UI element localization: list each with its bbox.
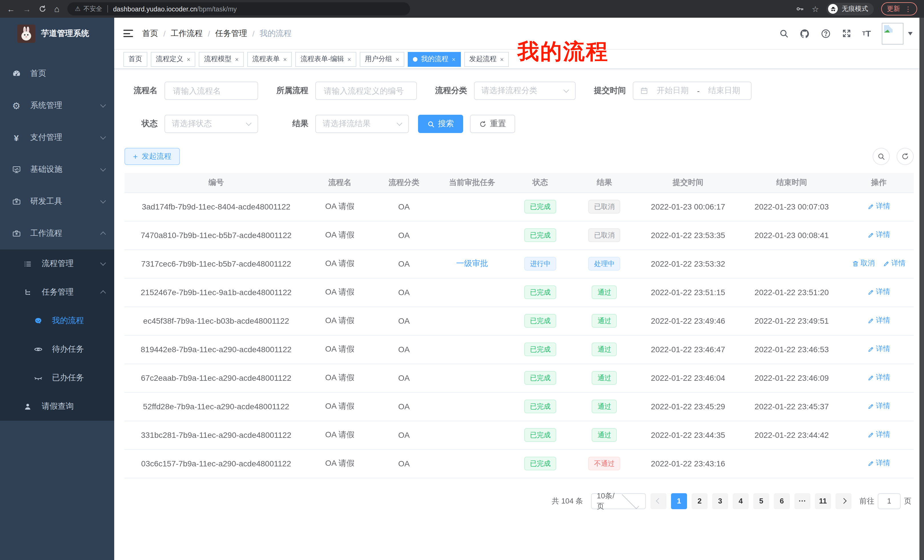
close-icon[interactable] (348, 55, 351, 63)
table-row: 331bc281-7b9a-11ec-a290-acde48001122 OA … (124, 421, 914, 449)
detail-link[interactable]: 详情 (867, 316, 890, 326)
breadcrumb-item[interactable]: 任务管理 (215, 28, 247, 39)
category-select[interactable]: 请选择流程分类 (474, 82, 576, 100)
sidebar-item-my-process[interactable]: 我的流程 (0, 307, 114, 335)
url-divider (107, 5, 108, 13)
tab[interactable]: 流程定义 (151, 52, 196, 66)
close-icon[interactable] (283, 55, 287, 63)
sidebar-item-payment[interactable]: 支付管理 (0, 121, 114, 154)
page-button[interactable]: 11 (815, 493, 831, 509)
cancel-link[interactable]: 取消 (852, 259, 875, 269)
cell-actions: 详情 (844, 421, 914, 449)
result-select[interactable]: 请选择流结果 (315, 115, 409, 133)
page-button[interactable]: 2 (692, 493, 708, 509)
broken-image-icon (884, 25, 892, 32)
page-button[interactable]: ··· (794, 493, 810, 509)
status-select[interactable]: 请选择状态 (165, 115, 258, 133)
sidebar-collapse-icon[interactable] (123, 30, 133, 37)
password-key-icon[interactable] (796, 4, 804, 13)
breadcrumb-item[interactable]: 首页 (142, 28, 158, 39)
search-button[interactable]: 搜索 (418, 115, 463, 133)
show-search-toggle-button[interactable] (873, 148, 890, 165)
sidebar-item-devtools[interactable]: 研发工具 (0, 186, 114, 217)
process-key-input[interactable] (315, 82, 417, 100)
tab-label: 流程表单 (252, 54, 280, 64)
goto-page-input[interactable] (878, 493, 901, 509)
detail-link[interactable]: 详情 (867, 287, 890, 297)
browser-reload-icon[interactable] (39, 5, 46, 13)
close-icon[interactable] (187, 55, 190, 63)
sidebar-item-infra[interactable]: 基础设施 (0, 154, 114, 186)
page-button[interactable]: 6 (774, 493, 790, 509)
font-size-icon[interactable]: TT (862, 28, 871, 38)
sidebar-item-task-mgmt[interactable]: 任务管理 (0, 278, 114, 307)
sidebar-item-home[interactable]: 首页 (0, 58, 114, 90)
detail-link[interactable]: 详情 (867, 459, 890, 469)
search-icon[interactable] (778, 28, 788, 38)
detail-link[interactable]: 详情 (867, 344, 890, 354)
close-icon[interactable] (500, 55, 504, 63)
process-name-input[interactable] (165, 82, 258, 100)
cell-submit-time: 2022-01-22 23:53:35 (636, 221, 740, 250)
page-size-select[interactable]: 10条/页 (591, 493, 646, 509)
close-icon[interactable] (396, 55, 399, 63)
github-icon[interactable] (799, 28, 810, 39)
tab[interactable]: 发起流程 (464, 52, 509, 66)
incognito-label: 无痕模式 (842, 4, 868, 13)
reset-button[interactable]: 重置 (470, 115, 515, 133)
table-row: 819442e8-7b9a-11ec-a290-acde48001122 OA … (124, 335, 914, 364)
browser-back-icon[interactable] (7, 5, 15, 13)
detail-link[interactable]: 详情 (867, 231, 890, 240)
cell-submit-time: 2022-01-22 23:51:15 (636, 278, 740, 307)
user-avatar-menu[interactable] (882, 22, 913, 44)
tab[interactable]: 我的流程 (408, 52, 460, 66)
detail-link[interactable]: 详情 (867, 430, 890, 440)
url-text[interactable]: dashboard.yudao.iocoder.cn/bpm/task/my (113, 5, 237, 12)
tab[interactable]: 流程模型 (199, 52, 244, 66)
sidebar-item-workflow[interactable]: 工作流程 (0, 217, 114, 250)
cell-end-time (740, 250, 844, 278)
prev-page-button[interactable] (651, 493, 666, 509)
detail-link[interactable]: 详情 (867, 401, 890, 411)
fullscreen-icon[interactable] (842, 28, 851, 38)
cell-category: OA (372, 250, 436, 278)
chrome-update-button[interactable]: 更新 (881, 2, 917, 15)
tab[interactable]: 流程表单-编辑 (296, 52, 356, 66)
app-title: 芋道管理系统 (41, 28, 89, 39)
sidebar-item-todo-tasks[interactable]: 待办任务 (0, 335, 114, 364)
tab[interactable]: 首页 (123, 52, 147, 66)
close-icon[interactable] (452, 55, 455, 63)
app-logo[interactable]: 芋道管理系统 (0, 18, 114, 49)
breadcrumb-item[interactable]: 工作流程 (171, 28, 203, 39)
next-page-button[interactable] (836, 493, 852, 509)
task-link[interactable]: 一级审批 (456, 259, 488, 268)
page-button[interactable]: 4 (733, 493, 748, 509)
submit-time-range-picker[interactable]: 开始日期 - 结束日期 (633, 82, 752, 100)
page-scrollbar[interactable] (920, 18, 924, 560)
cell-actions: 详情 (844, 449, 914, 478)
sidebar-item-done-tasks[interactable]: 已办任务 (0, 364, 114, 392)
sidebar-item-process-mgmt[interactable]: 流程管理 (0, 250, 114, 278)
page-button[interactable]: 1 (671, 493, 687, 509)
refresh-button[interactable] (897, 148, 914, 165)
close-icon[interactable] (235, 55, 239, 63)
tab[interactable]: 用户分组 (360, 52, 405, 66)
create-process-button[interactable]: 发起流程 (124, 148, 180, 165)
page-button[interactable]: 5 (753, 493, 769, 509)
browser-forward-icon[interactable] (23, 5, 31, 13)
detail-link[interactable]: 详情 (867, 202, 890, 211)
tab[interactable]: 流程表单 (247, 52, 292, 66)
help-question-icon[interactable] (820, 28, 831, 39)
page-button[interactable]: 3 (712, 493, 728, 509)
not-secure-warning-icon[interactable]: 不安全 (75, 4, 102, 13)
chrome-menu-icon[interactable] (904, 5, 911, 13)
cell-process-id: 7470a810-7b9b-11ec-b5b7-acde48001122 (124, 221, 308, 250)
detail-link[interactable]: 详情 (883, 259, 906, 269)
browser-home-icon[interactable] (54, 4, 59, 13)
avatar[interactable] (882, 22, 903, 44)
sidebar-item-leave-query[interactable]: 请假查询 (0, 392, 114, 421)
detail-link[interactable]: 详情 (867, 373, 890, 383)
bookmark-star-icon[interactable] (812, 5, 819, 13)
address-bar[interactable]: 不安全 dashboard.yudao.iocoder.cn/bpm/task/… (68, 2, 410, 15)
sidebar-item-system[interactable]: 系统管理 (0, 90, 114, 121)
